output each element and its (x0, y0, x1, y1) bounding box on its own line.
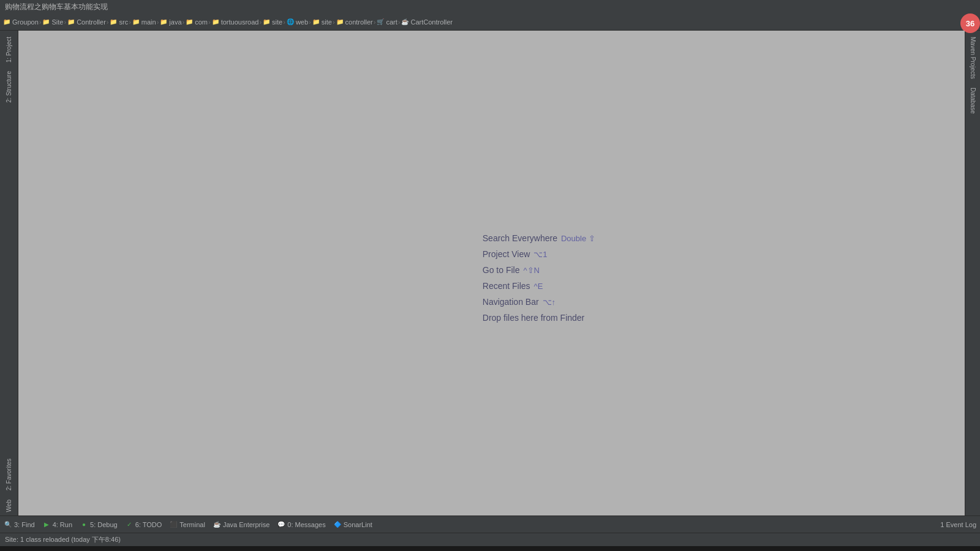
folder-icon: 📁 (2, 18, 11, 26)
menu-recent-files[interactable]: Recent Files ^E (483, 279, 595, 293)
find-icon: 🔍 (4, 520, 12, 529)
status-bar: Site: 1 class reloaded (today 下午8:46) (0, 533, 980, 546)
folder-icon: 📁 (262, 18, 271, 26)
cart-icon: 🛒 (376, 18, 385, 26)
breadcrumb-site3[interactable]: 📁 site (312, 18, 332, 26)
title-bar: 购物流程之购物车基本功能实现 (0, 0, 980, 13)
video-bar[interactable]: ⏸ 00:15 / 16:03 🔊 1.0x ⚙ ⛶ (0, 546, 980, 551)
sidebar-tab-structure[interactable]: 2: Structure (4, 67, 13, 107)
debug-icon: ● (80, 520, 88, 529)
breadcrumb-cart[interactable]: 🛒 cart (376, 18, 397, 26)
folder-icon: 📁 (132, 18, 140, 26)
folder-icon: 📁 (211, 18, 220, 26)
folder-icon: 📁 (336, 18, 344, 26)
folder-icon: 📁 (109, 18, 118, 26)
menu-project-view[interactable]: Project View ⌥1 (483, 247, 595, 261)
floating-menu: Search Everywhere Double ⇧ Project View … (483, 231, 595, 324)
title-text: 购物流程之购物车基本功能实现 (5, 2, 108, 12)
breadcrumb-web[interactable]: 🌐 web (286, 18, 308, 26)
left-sidebar: 1: Project 2: Structure 2: Favorites Web (0, 31, 18, 515)
breadcrumb-tortuousroad[interactable]: 📁 tortuousroad (211, 18, 259, 26)
tool-run[interactable]: ▶ 4: Run (42, 520, 72, 529)
web-icon: 🌐 (286, 18, 295, 26)
right-tab-maven[interactable]: Maven Projects (968, 33, 978, 83)
folder-icon: 📁 (42, 18, 50, 26)
messages-icon: 💬 (277, 520, 285, 529)
menu-navigation-bar[interactable]: Navigation Bar ⌥↑ (483, 295, 595, 309)
breadcrumb-src[interactable]: 📁 src (109, 18, 128, 26)
java-icon: ☕ (401, 18, 409, 26)
todo-icon: ✓ (125, 520, 134, 529)
tool-debug[interactable]: ● 5: Debug (80, 520, 118, 529)
main-area: 1: Project 2: Structure 2: Favorites Web… (0, 31, 980, 515)
right-sidebar: Maven Projects Database (965, 31, 980, 515)
tool-messages[interactable]: 💬 0: Messages (277, 520, 325, 529)
tool-terminal[interactable]: ⬛ Terminal (169, 520, 205, 529)
run-icon: ▶ (42, 520, 51, 529)
menu-drop-files[interactable]: Drop files here from Finder (483, 311, 595, 324)
sonarlint-icon: 🔷 (333, 520, 342, 529)
breadcrumb-com[interactable]: 📁 com (185, 18, 208, 26)
breadcrumb-site2[interactable]: 📁 site (262, 18, 282, 26)
right-tab-database[interactable]: Database (968, 84, 978, 118)
breadcrumb-bar: 📁 Groupon › 📁 Site › 📁 Controller › 📁 sr… (0, 13, 980, 31)
breadcrumb-groupon[interactable]: 📁 Groupon (2, 18, 39, 26)
tool-sonarlint[interactable]: 🔷 SonarLint (333, 520, 372, 529)
bottom-toolbar: 🔍 3: Find ▶ 4: Run ● 5: Debug ✓ 6: TODO … (0, 515, 980, 533)
breadcrumb-controller2[interactable]: 📁 controller (336, 18, 373, 26)
breadcrumb-controller[interactable]: 📁 Controller (67, 18, 106, 26)
tool-java-enterprise[interactable]: ☕ Java Enterprise (213, 520, 270, 529)
folder-icon: 📁 (185, 18, 194, 26)
status-text: Site: 1 class reloaded (today 下午8:46) (5, 535, 121, 544)
content-area: Search Everywhere Double ⇧ Project View … (18, 31, 965, 515)
menu-search-everywhere[interactable]: Search Everywhere Double ⇧ (483, 231, 595, 245)
folder-icon: 📁 (312, 18, 320, 26)
tool-event-log[interactable]: 1 Event Log (940, 521, 976, 528)
menu-go-to-file[interactable]: Go to File ^⇧N (483, 263, 595, 277)
tool-todo[interactable]: ✓ 6: TODO (125, 520, 162, 529)
folder-icon: 📁 (67, 18, 75, 26)
breadcrumb-main[interactable]: 📁 main (132, 18, 156, 26)
java-enterprise-icon: ☕ (213, 520, 221, 529)
sidebar-tab-project[interactable]: 1: Project (4, 33, 13, 66)
tool-find[interactable]: 🔍 3: Find (4, 520, 35, 529)
sidebar-tab-web[interactable]: Web (4, 496, 13, 515)
breadcrumb-java[interactable]: 📁 java (159, 18, 181, 26)
terminal-icon: ⬛ (169, 520, 178, 529)
folder-icon: 📁 (159, 18, 168, 26)
breadcrumb-cartcontroller[interactable]: ☕ CartController (401, 18, 452, 26)
breadcrumb-site[interactable]: 📁 Site (42, 18, 63, 26)
sidebar-tab-favorites[interactable]: 2: Favorites (4, 455, 13, 494)
